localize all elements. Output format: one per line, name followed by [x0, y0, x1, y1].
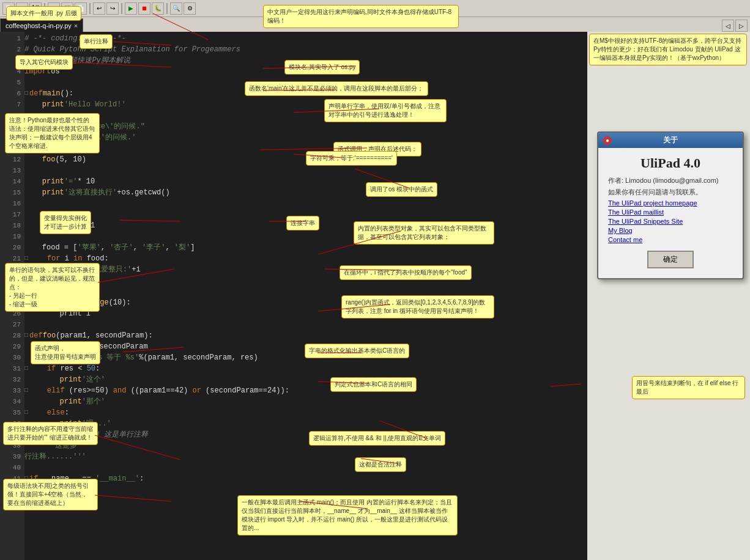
code-line-40 [24, 462, 587, 473]
annotation-main-not-required: 函数名'main'在这儿并不是必须的，调用在这段脚本的最后部分； [245, 81, 428, 96]
code-line-41: □if __name__ == '__main__': [24, 473, 587, 484]
code-line-10: print '这是Bob\'的问候.' [24, 132, 587, 143]
toolbar-redo[interactable]: ↪ [106, 2, 119, 15]
code-line-27 [24, 319, 587, 330]
code-line-24: print '数到10' [24, 286, 587, 297]
tab-scroll-left[interactable]: ◁ [722, 20, 734, 32]
annotation-concat: 连接字串 [286, 216, 319, 230]
code-line-35: □ else: [24, 407, 587, 418]
about-dialog: ● 关于 UliPad 4.0 作者: Limodou (limodou@gma… [597, 131, 744, 279]
line-num-17: 17 [0, 209, 24, 220]
dialog-link-contact[interactable]: Contact me [608, 236, 733, 243]
annotation-py-suffix: 脚本文件一般用 .py 后缀 [6, 6, 81, 21]
tab-scroll-right[interactable]: ▷ [735, 20, 748, 32]
code-line-42: main() [24, 484, 587, 495]
line-num-13: 13 [0, 165, 24, 176]
line-num-32: 32 [0, 374, 24, 385]
line-num-34: 34 [0, 396, 24, 407]
code-line-21: □ for i in food: [24, 253, 587, 264]
dialog-body: UliPad 4.0 作者: Limodou (limodou@gmail.co… [598, 148, 743, 278]
line-num-20: 20 [0, 242, 24, 253]
annotation-legal-comment: 这都是合法注释 [355, 457, 406, 472]
tab-close-btn[interactable]: × [74, 22, 78, 29]
code-line-33: □ elif (res>=50) and ((param1==42) or (s… [24, 385, 587, 396]
annotation-list: 内置的列表类型对象，其实可以包含不同类型数据，甚至可以包含其它列表对象； [354, 221, 494, 245]
dialog-link-homepage[interactable]: The UliPad project homepage [608, 199, 733, 207]
code-line-13 [24, 165, 587, 176]
code-line-7: print 'Hello World!' [24, 99, 587, 110]
line-num-28: 28 [0, 330, 24, 341]
annotation-os-module: 调用了os 模块中的函式 [366, 182, 437, 197]
line-num-16: 16 [0, 198, 24, 209]
line-num-7: 7 [0, 99, 24, 110]
code-line-23 [24, 275, 587, 286]
code-line-15: print '这将直接执行'+os.getcwd() [24, 187, 587, 198]
dialog-ok-button[interactable]: 确定 [647, 251, 694, 268]
annotation-string-multiply: 字符可乘，等于:'==========' [306, 151, 397, 166]
line-num-6: 6 [0, 88, 24, 99]
dialog-titlebar: ● 关于 [598, 133, 743, 148]
code-line-16 [24, 198, 587, 209]
line-num-12: 12 [0, 154, 24, 165]
code-line-34: print '那个' [24, 396, 587, 407]
code-line-22: print '俺就爱整只:'+i [24, 264, 587, 275]
annotation-top-center: 中文用户一定得先用这行来声明编码,同时文件本身也得存储成UTF-8编码！ [263, 5, 459, 28]
toolbar-search[interactable]: 🔍 [170, 2, 182, 15]
annotation-for-i: 在循环中，i 指代了列表中按顺序的每个"food" [340, 265, 472, 280]
line-num-27: 27 [0, 319, 24, 330]
code-line-19 [24, 231, 587, 242]
sep3 [121, 3, 122, 14]
annotation-indent: 注意！Python最好也最个性的语法：使用缩进来代替其它语句块声明；一般建议每个… [5, 113, 100, 153]
toolbar-settings[interactable]: ⚙ [184, 2, 196, 15]
line-num-30: 30 [0, 352, 24, 363]
annotation-multiline-comment: 多行注释的内容不用遵守当前缩进只要开始的''' 缩进正确就成！ [3, 422, 98, 445]
toolbar-stop[interactable]: ⏹ [138, 2, 150, 15]
dialog-title: 关于 [663, 135, 678, 146]
dialog-app-name: UliPad 4.0 [608, 155, 733, 171]
dialog-author: 作者: Limodou (limodou@gmail.com) [608, 176, 733, 185]
line-num-19: 19 [0, 231, 24, 242]
annotation-range: range()内置函式，返回类似[0,1,2,3,4,5,6,7,8,9]的数字… [341, 295, 494, 319]
annotation-if-right: 用冒号来结束判断句，在 if elif else 行最后 [632, 376, 745, 399]
line-num-40: 40 [0, 462, 24, 473]
dialog-link-maillist[interactable]: The UliPad maillist [608, 208, 733, 216]
annotation-top-right: 在M$中很好的支持UTF-8的编辑器不多，跨平台又支持Py特性的更少；好在我们有… [589, 34, 747, 65]
tab-filename: coffeeghost-q-in-py.py [6, 22, 72, 29]
line-num-1: 1 [0, 33, 24, 44]
line-num-33: 33 [0, 385, 24, 396]
line-num-18: 18 [0, 220, 24, 231]
code-line-37: return res # 这是单行注释 [24, 429, 587, 440]
code-line-39: 行注释......''' [24, 451, 587, 462]
line-num-15: 15 [0, 187, 24, 198]
toolbar-run[interactable]: ▶ [125, 2, 137, 15]
annotation-logic-op: 逻辑运算符,不使用 && 和 ||,使用直观的E文单词 [309, 431, 445, 446]
annotation-single-block: 单行的语句块，其实可以不换行的，但是，建议清晰起见，规范点：- 另起一行- 缩进… [5, 263, 100, 312]
dialog-link-snippets[interactable]: The UliPad Snippets Site [608, 218, 733, 225]
code-line-14: print '=' * 10 [24, 176, 587, 187]
dialog-link-blog[interactable]: My Blog [608, 227, 733, 234]
line-num-31: 31 [0, 363, 24, 374]
sep4 [166, 3, 168, 14]
toolbar-debug[interactable]: 🐛 [152, 2, 164, 15]
code-line-36: print '嗯...' [24, 418, 587, 429]
dialog-close-button[interactable]: ● [603, 136, 612, 145]
code-line-9: print "这是Alice\'的问候." [24, 121, 587, 132]
line-num-29: 29 [0, 341, 24, 352]
tab-nav: ◁ ▷ [722, 20, 750, 32]
annotation-def: 函式声明，注意使用冒号结束声明 [31, 341, 100, 364]
line-num-2: 2 [0, 44, 24, 55]
annotation-module-name: 模块名,其实导入了 os.py [284, 60, 360, 75]
code-line-32: print '这个' [24, 374, 587, 385]
annotation-main-bottom: 一般在脚本最后调用主函式 main()；而且使用 内置的运行脚本名来判定；当且仅… [237, 495, 458, 536]
right-panel [587, 32, 750, 560]
sep2 [89, 3, 91, 14]
code-line-31: □ if res < 50: [24, 363, 587, 374]
code-line-8 [24, 110, 587, 121]
toolbar-undo[interactable]: ↩ [93, 2, 105, 15]
code-line-28: □def foo(param1, secondParam): [24, 330, 587, 341]
line-num-39: 39 [0, 451, 24, 462]
annotation-if-condition: 判定式也基本和C语言的相同 [330, 377, 417, 392]
line-num-5: 5 [0, 77, 24, 88]
code-line-20: food = ['苹果', '杏子', '李子', '梨'] [24, 242, 587, 253]
code-content[interactable]: # -*- coding: utf-8 -*- # Quick Pytohn S… [24, 32, 587, 560]
